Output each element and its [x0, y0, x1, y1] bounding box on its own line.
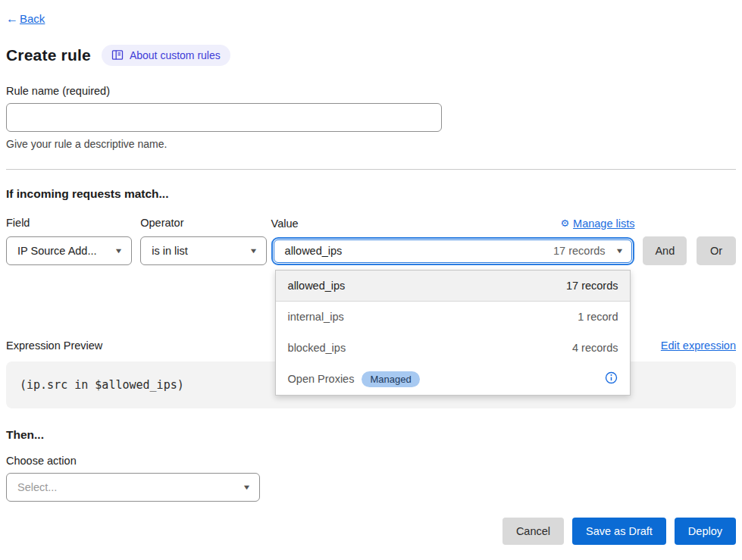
- list-option-label: Open Proxies: [288, 373, 355, 385]
- back-link-label: Back: [20, 12, 45, 25]
- chevron-down-icon: ▼: [249, 247, 258, 255]
- list-option-label: blocked_ips: [288, 342, 346, 354]
- rule-name-help-text: Give your rule a descriptive name.: [6, 138, 736, 150]
- value-select-value: allowed_ips: [285, 245, 343, 257]
- chevron-down-icon: ▼: [243, 483, 252, 491]
- list-option-meta: 4 records: [572, 342, 618, 354]
- then-section-heading: Then...: [6, 428, 736, 442]
- list-option-meta: 1 record: [578, 311, 618, 323]
- operator-label: Operator: [140, 217, 183, 229]
- list-option-label: internal_ips: [288, 311, 344, 323]
- list-option-internal-ips[interactable]: internal_ips 1 record: [276, 302, 631, 333]
- list-option-meta: 17 records: [566, 280, 618, 292]
- expression-code: (ip.src in $allowed_ips): [20, 378, 184, 392]
- cancel-button[interactable]: Cancel: [502, 518, 564, 545]
- list-option-allowed-ips[interactable]: allowed_ips 17 records: [276, 271, 631, 302]
- rule-name-label: Rule name (required): [6, 85, 736, 97]
- back-link[interactable]: ←Back: [6, 12, 45, 25]
- managed-badge: Managed: [362, 371, 419, 387]
- choose-action-label: Choose action: [6, 455, 736, 467]
- value-label: Value: [271, 217, 299, 230]
- section-divider: [6, 169, 736, 170]
- or-button[interactable]: Or: [697, 236, 736, 265]
- edit-expression-link[interactable]: Edit expression: [661, 339, 736, 352]
- list-option-blocked-ips[interactable]: blocked_ips 4 records: [276, 333, 631, 364]
- action-select[interactable]: Select... ▼: [6, 473, 260, 502]
- deploy-button[interactable]: Deploy: [675, 518, 736, 545]
- about-badge-label: About custom rules: [130, 49, 221, 61]
- chevron-down-icon: ▼: [615, 247, 624, 255]
- rule-name-input[interactable]: [6, 103, 442, 132]
- field-column: Field IP Source Add... ▼: [6, 217, 132, 265]
- manage-lists-label: Manage lists: [573, 217, 634, 230]
- and-button[interactable]: And: [643, 236, 687, 265]
- value-select-meta: 17 records: [553, 245, 606, 257]
- back-arrow-icon: ←: [6, 13, 18, 25]
- match-section-heading: If incoming requests match...: [6, 187, 736, 201]
- value-select[interactable]: allowed_ips 17 records ▼: [274, 239, 633, 263]
- condition-row: Field IP Source Add... ▼ Operator is in …: [6, 217, 736, 265]
- list-dropdown-menu: allowed_ips 17 records internal_ips 1 re…: [275, 270, 631, 396]
- action-select-placeholder: Select...: [17, 481, 57, 493]
- create-rule-page: ←Back Create rule About custom rules Rul…: [0, 0, 742, 560]
- footer-actions: Cancel Save as Draft Deploy: [6, 518, 736, 545]
- operator-select-value: is in list: [152, 245, 188, 257]
- field-select-value: IP Source Add...: [17, 245, 97, 257]
- manage-lists-link[interactable]: ⚙ Manage lists: [560, 217, 634, 230]
- chevron-down-icon: ▼: [114, 247, 124, 255]
- field-select[interactable]: IP Source Add... ▼: [6, 236, 132, 265]
- save-as-draft-button[interactable]: Save as Draft: [572, 518, 666, 545]
- value-column: Value ⚙ Manage lists allowed_ips 17 reco…: [271, 217, 635, 265]
- list-option-open-proxies[interactable]: Open Proxies Managed: [276, 364, 631, 395]
- gear-icon: ⚙: [560, 218, 569, 228]
- value-select-focus-ring: allowed_ips 17 records ▼ allowed_ips 17 …: [271, 237, 635, 265]
- field-label: Field: [6, 217, 30, 229]
- info-icon[interactable]: [605, 371, 618, 386]
- operator-select[interactable]: is in list ▼: [140, 236, 266, 265]
- book-icon: [111, 49, 124, 61]
- expression-preview-label: Expression Preview: [6, 339, 102, 352]
- page-title: Create rule: [6, 46, 91, 64]
- operator-column: Operator is in list ▼: [140, 217, 266, 265]
- about-custom-rules-badge[interactable]: About custom rules: [102, 45, 230, 66]
- list-option-label: allowed_ips: [288, 280, 346, 292]
- heading-row: Create rule About custom rules: [6, 45, 736, 66]
